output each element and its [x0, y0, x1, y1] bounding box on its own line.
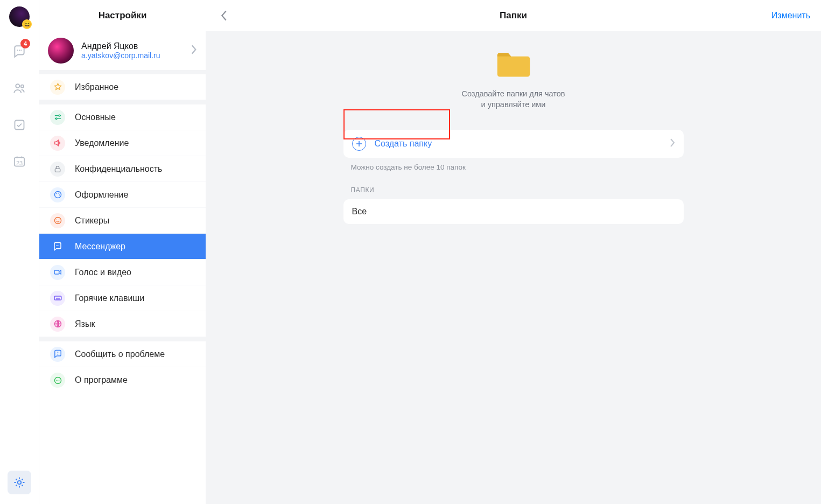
sidebar-item-privacy[interactable]: Конфиденциальность	[39, 156, 206, 182]
svg-point-7	[18, 481, 21, 484]
svg-point-19	[57, 245, 58, 246]
separator	[39, 337, 206, 341]
sidebar-item-label: Уведомление	[75, 138, 129, 148]
svg-point-26	[56, 380, 57, 380]
hero-line-1: Создавайте папки для чатов	[461, 88, 565, 99]
profile-email: a.yatskov@corp.mail.ru	[81, 51, 183, 60]
current-user-avatar[interactable]: 😄	[9, 6, 30, 27]
sidebar-item-label: О программе	[75, 375, 128, 385]
sliders-icon	[50, 110, 65, 125]
sidebar-item-label: Голос и видео	[75, 268, 131, 277]
svg-point-11	[54, 191, 61, 198]
sidebar-item-label: Избранное	[75, 82, 118, 92]
svg-point-1	[19, 50, 20, 51]
people-icon	[12, 81, 26, 95]
status-emoji: 😄	[22, 19, 32, 29]
svg-point-24	[57, 354, 58, 355]
svg-rect-10	[55, 169, 60, 172]
sidebar-item-report[interactable]: Сообщить о проблеме	[39, 341, 206, 367]
sound-icon	[50, 136, 65, 151]
nav-settings[interactable]	[8, 471, 31, 494]
sidebar-item-label: Основные	[75, 113, 116, 122]
palette-icon	[50, 187, 65, 202]
nav-contacts[interactable]	[8, 76, 31, 100]
svg-point-0	[17, 50, 18, 51]
info-icon	[50, 373, 65, 388]
svg-rect-21	[54, 270, 59, 274]
star-icon	[50, 80, 65, 95]
sidebar-item-stickers[interactable]: Стикеры	[39, 208, 206, 234]
sidebar-item-appearance[interactable]: Оформление	[39, 182, 206, 208]
svg-point-2	[20, 50, 22, 51]
svg-point-20	[59, 245, 60, 246]
svg-point-14	[59, 194, 60, 195]
sidebar-item-notifications[interactable]: Уведомление	[39, 130, 206, 156]
nav-calendar[interactable]: 23	[8, 150, 31, 173]
sidebar-item-label: Стикеры	[75, 216, 109, 226]
svg-point-12	[56, 193, 57, 194]
page-title: Папки	[206, 10, 821, 21]
nav-rail: 😄 4 23	[0, 0, 39, 504]
sidebar-item-about[interactable]: О программе	[39, 367, 206, 393]
checkbox-icon	[13, 118, 26, 131]
unread-badge: 4	[20, 39, 30, 48]
content-area: Папки Изменить Создавайте папки для чато…	[206, 0, 821, 504]
svg-point-28	[58, 380, 59, 380]
nav-chats[interactable]: 4	[8, 40, 31, 64]
sidebar-item-general[interactable]: Основные	[39, 104, 206, 130]
svg-rect-5	[15, 121, 24, 130]
separator	[39, 100, 206, 104]
svg-point-16	[56, 219, 57, 220]
globe-icon	[50, 317, 65, 332]
lock-icon	[50, 162, 65, 177]
chevron-right-icon	[670, 138, 675, 150]
calendar-day: 23	[16, 160, 23, 166]
sidebar-item-favorites[interactable]: Избранное	[39, 74, 206, 100]
settings-sidebar: Настройки Андрей Яцков a.yatskov@corp.ma…	[39, 0, 206, 504]
svg-rect-22	[54, 296, 61, 300]
create-folder-label: Создать папку	[375, 139, 670, 149]
back-button[interactable]	[216, 8, 231, 23]
folder-item-all[interactable]: Все	[343, 199, 684, 224]
messenger-icon	[50, 239, 65, 254]
separator	[39, 70, 206, 74]
sidebar-item-messenger[interactable]: Мессенджер	[39, 234, 206, 260]
nav-tasks[interactable]	[8, 113, 31, 137]
content-body: Создавайте папки для чатов и управляйте …	[206, 31, 821, 224]
content-header: Папки Изменить	[206, 0, 821, 31]
svg-point-17	[58, 219, 59, 220]
profile-name: Андрей Яцков	[81, 41, 183, 51]
keyboard-icon	[50, 291, 65, 306]
svg-point-18	[56, 245, 57, 246]
sidebar-item-label: Оформление	[75, 190, 128, 200]
svg-point-9	[55, 118, 57, 120]
hero-line-2: и управляйте ими	[461, 99, 565, 110]
profile-row[interactable]: Андрей Яцков a.yatskov@corp.mail.ru	[39, 31, 206, 70]
smile-icon	[50, 213, 65, 228]
sidebar-item-label: Горячие клавиши	[75, 293, 144, 303]
svg-point-8	[58, 115, 60, 116]
sidebar-item-shortcuts[interactable]: Горячие клавиши	[39, 285, 206, 311]
svg-point-4	[21, 85, 24, 88]
svg-point-15	[54, 217, 61, 223]
sidebar-item-label: Мессенджер	[75, 242, 125, 251]
folder-item-label: Все	[352, 207, 367, 216]
hero-text: Создавайте папки для чатов и управляйте …	[461, 88, 565, 110]
svg-point-13	[58, 193, 59, 194]
folder-hero-icon	[495, 48, 532, 79]
sidebar-item-label: Язык	[75, 319, 95, 329]
sidebar-item-voice-video[interactable]: Голос и видео	[39, 260, 206, 285]
svg-point-3	[16, 84, 19, 88]
sidebar-title: Настройки	[39, 0, 206, 31]
sidebar-item-label: Конфиденциальность	[75, 164, 162, 174]
sidebar-item-language[interactable]: Язык	[39, 311, 206, 337]
gear-icon	[13, 476, 26, 489]
chevron-right-icon	[191, 44, 197, 57]
plus-circle-icon	[352, 137, 366, 151]
folder-hint: Можно создать не более 10 папок	[343, 163, 684, 171]
create-folder-button[interactable]: Создать папку	[343, 130, 684, 158]
edit-button[interactable]: Изменить	[771, 11, 810, 20]
svg-point-27	[57, 380, 58, 380]
video-icon	[50, 265, 65, 280]
alert-icon	[50, 347, 65, 362]
